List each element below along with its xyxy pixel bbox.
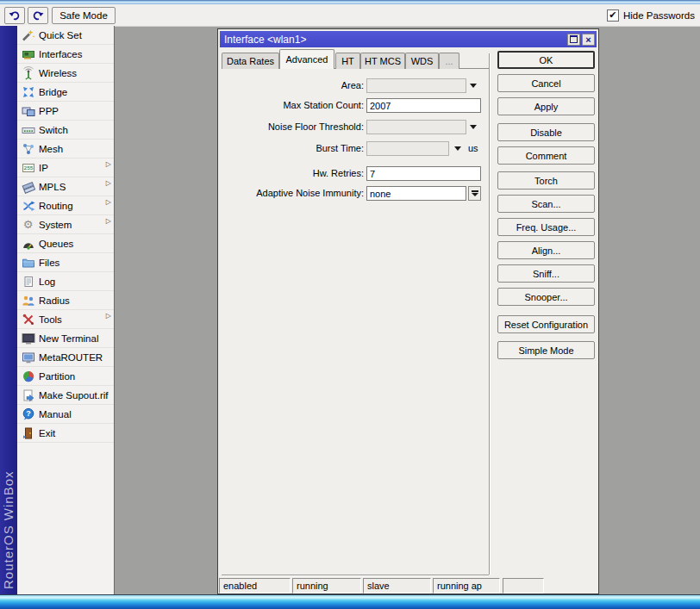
dialog-titlebar[interactable]: Interface <wlan1> × — [220, 31, 597, 47]
sidebar-item-exit[interactable]: Exit — [17, 424, 114, 443]
sidebar-menu: Quick Set Interfaces Wireless Bridge PPP… — [17, 26, 115, 594]
sidebar-item-mpls[interactable]: MPLS ▷ — [17, 177, 114, 196]
sidebar-item-bridge[interactable]: Bridge — [17, 83, 114, 102]
sidebar-item-interfaces[interactable]: Interfaces — [17, 45, 114, 64]
hide-passwords-control[interactable]: ✔ Hide Passwords — [607, 9, 695, 22]
routeros-winbox-vertical-label: RouterOS WinBox — [1, 443, 16, 589]
sidebar-item-ip[interactable]: 255 IP ▷ — [17, 158, 114, 177]
close-icon: × — [585, 35, 591, 44]
adaptive-noise-immunity-label: Adaptive Noise Immunity: — [218, 188, 364, 198]
sidebar-item-routing[interactable]: Routing ▷ — [17, 196, 114, 215]
content-vertical-separator — [489, 53, 490, 575]
log-document-icon — [21, 275, 35, 289]
ok-button[interactable]: OK — [497, 51, 595, 69]
undo-icon — [9, 10, 21, 21]
routing-arrows-icon — [21, 199, 35, 213]
network-card-icon — [21, 47, 35, 61]
switch-device-icon — [21, 123, 35, 137]
sidebar-item-make-supout[interactable]: Make Supout.rif — [17, 386, 114, 405]
sidebar-item-system[interactable]: ⚙ System ▷ — [17, 215, 114, 234]
brand-strip: RouterOS WinBox — [0, 26, 17, 594]
max-station-count-label: Max Station Count: — [218, 100, 364, 110]
sidebar-item-switch[interactable]: Switch — [17, 121, 114, 140]
exit-door-icon — [21, 426, 35, 440]
adaptive-noise-dropdown-button[interactable] — [468, 186, 481, 201]
noise-floor-dropdown-arrow-icon[interactable] — [470, 125, 477, 129]
submenu-arrow-icon: ▷ — [106, 160, 111, 168]
sidebar-item-partition[interactable]: Partition — [17, 367, 114, 386]
noise-floor-combobox[interactable] — [366, 120, 466, 134]
sidebar-item-log[interactable]: Log — [17, 272, 114, 291]
ip-255-icon: 255 — [21, 161, 35, 175]
sidebar-item-new-terminal[interactable]: New Terminal — [17, 329, 114, 348]
hide-passwords-checkbox[interactable]: ✔ — [607, 9, 619, 22]
simple-mode-button[interactable]: Simple Mode — [497, 341, 595, 359]
sidebar-item-tools[interactable]: Tools ▷ — [17, 310, 114, 329]
sidebar-item-manual[interactable]: ? Manual — [17, 405, 114, 424]
metarouter-computer-icon — [21, 351, 35, 364]
tab-more[interactable]: ... — [439, 53, 459, 69]
close-button[interactable]: × — [582, 34, 595, 46]
gear-icon: ⚙ — [21, 218, 35, 232]
sidebar-item-queues[interactable]: Queues — [17, 234, 114, 253]
comment-button[interactable]: Comment — [497, 146, 595, 165]
redo-button[interactable] — [28, 7, 48, 24]
adaptive-noise-immunity-input[interactable] — [366, 186, 466, 201]
apply-button[interactable]: Apply — [497, 97, 595, 115]
folder-icon — [21, 256, 35, 270]
undo-button[interactable] — [4, 7, 25, 24]
align-button[interactable]: Align... — [497, 241, 595, 259]
freq-usage-button[interactable]: Freq. Usage... — [497, 218, 595, 236]
sniff-button[interactable]: Sniff... — [497, 264, 595, 283]
windows-taskbar[interactable] — [0, 594, 700, 609]
snooper-button[interactable]: Snooper... — [497, 288, 595, 306]
tab-ht-mcs[interactable]: HT MCS — [360, 53, 405, 69]
burst-time-dropdown-arrow-icon[interactable] — [454, 146, 461, 151]
checkmark-icon: ✔ — [609, 11, 616, 20]
sidebar-item-files[interactable]: Files — [17, 253, 114, 272]
noise-floor-threshold-label: Noise Floor Threshold: — [218, 121, 364, 132]
tab-wds[interactable]: WDS — [405, 53, 439, 69]
pie-chart-icon — [21, 370, 35, 383]
ppp-monitors-icon — [21, 104, 35, 118]
users-icon — [21, 294, 35, 308]
submenu-arrow-icon: ▷ — [106, 198, 111, 206]
sidebar-item-mesh[interactable]: Mesh — [17, 140, 114, 158]
sidebar-item-ppp[interactable]: PPP — [17, 102, 114, 121]
area-combobox[interactable] — [366, 78, 466, 93]
hw-retries-input[interactable] — [366, 166, 481, 181]
interface-wlan1-dialog: Interface <wlan1> × Data Rates Advanced … — [217, 28, 599, 594]
mpls-tags-icon — [21, 180, 35, 194]
help-balloon-icon: ? — [21, 407, 35, 421]
disable-button[interactable]: Disable — [497, 123, 595, 141]
cancel-button[interactable]: Cancel — [497, 74, 595, 92]
submenu-arrow-icon: ▷ — [106, 312, 111, 320]
redo-icon — [32, 10, 44, 21]
reset-configuration-button[interactable]: Reset Configuration — [497, 315, 595, 333]
maximize-button[interactable] — [567, 34, 580, 46]
status-slave: slave — [363, 578, 431, 593]
area-dropdown-arrow-icon[interactable] — [470, 84, 477, 88]
maximize-icon — [570, 35, 578, 43]
area-label: Area: — [218, 80, 364, 90]
scan-button[interactable]: Scan... — [497, 195, 595, 213]
sidebar-item-radius[interactable]: Radius — [17, 291, 114, 310]
tab-advanced[interactable]: Advanced — [279, 49, 334, 69]
status-empty — [503, 578, 544, 593]
burst-time-label: Burst Time: — [218, 143, 364, 153]
tab-ht[interactable]: HT — [335, 53, 360, 69]
status-running-ap: running ap — [433, 578, 500, 593]
safe-mode-button[interactable]: Safe Mode — [52, 7, 116, 24]
burst-time-combobox[interactable] — [366, 141, 449, 156]
dialog-title: Interface <wlan1> — [224, 34, 566, 46]
max-station-count-input[interactable] — [366, 98, 481, 113]
tab-data-rates[interactable]: Data Rates — [222, 53, 279, 69]
bridge-arrows-icon — [21, 85, 35, 99]
hw-retries-label: Hw. Retries: — [218, 168, 364, 178]
sidebar-item-quick-set[interactable]: Quick Set — [17, 26, 114, 45]
status-enabled: enabled — [219, 578, 291, 593]
sidebar-item-wireless[interactable]: Wireless — [17, 64, 114, 83]
mesh-nodes-icon — [21, 142, 35, 156]
sidebar-item-metarouter[interactable]: MetaROUTER — [17, 348, 114, 367]
torch-button[interactable]: Torch — [497, 171, 595, 190]
